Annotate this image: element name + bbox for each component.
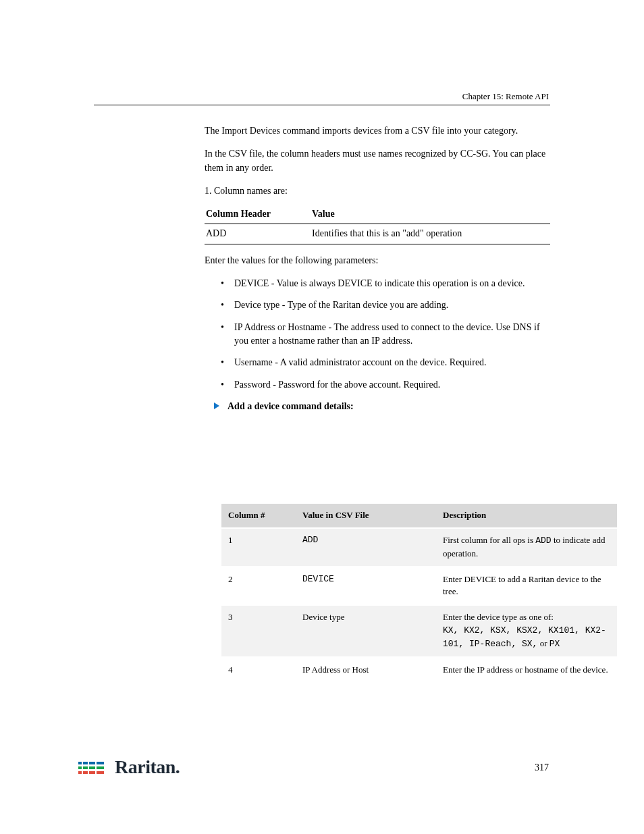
svg-rect-7 <box>89 766 95 769</box>
table-row: 3 Device type Enter the device type as o… <box>221 605 617 658</box>
values-intro: Enter the values for the following param… <box>205 254 550 267</box>
list-item: •Password - Password for the above accou… <box>221 378 550 392</box>
row1-c1: DEVICE <box>296 567 436 605</box>
cmd-th-0: Column # <box>221 504 296 528</box>
bullet-list: •DEVICE - Value is always DEVICE to indi… <box>221 277 550 392</box>
subhead-text: Add a device command details: <box>227 400 354 413</box>
row3-c0: 4 <box>221 657 296 683</box>
row0-c1: ADD <box>296 528 436 567</box>
bullet-icon: • <box>221 378 225 392</box>
cmd-th-2: Description <box>436 504 617 528</box>
row0-c0: 1 <box>221 528 296 567</box>
bullet-text-4: Password - Password for the above accoun… <box>234 378 440 392</box>
svg-rect-2 <box>78 771 82 774</box>
logo-bars-icon <box>78 759 109 777</box>
subhead-row: Add a device command details: <box>214 400 550 413</box>
bullet-icon: • <box>221 321 225 348</box>
table-row: 1 ADD First column for all ops is ADD to… <box>221 528 617 567</box>
command-table: Column # Value in CSV File Description 1… <box>221 504 617 684</box>
row0-c2b: ADD <box>535 536 551 546</box>
bullet-text-3: Username - A valid administrator account… <box>234 356 487 369</box>
col-row-left: ADD <box>205 224 311 244</box>
list-item: •IP Address or Hostname - The address us… <box>221 321 550 348</box>
row2-c2d: PX <box>549 639 560 649</box>
row1-c2: Enter DEVICE to add a Raritan device to … <box>436 567 617 605</box>
col-head-left: Column Header <box>205 202 311 224</box>
bullet-text-1: Device type - Type of the Raritan device… <box>234 298 448 312</box>
list-item: •Device type - Type of the Raritan devic… <box>221 298 550 312</box>
col-head-right: Value <box>311 202 550 224</box>
header-chapter: Chapter 15: Remote API <box>462 91 549 101</box>
svg-rect-11 <box>97 771 104 774</box>
svg-rect-9 <box>97 762 104 764</box>
columns-table: Column HeaderValue ADDIdentifies that th… <box>205 202 550 244</box>
bullet-icon: • <box>221 277 225 290</box>
triangle-icon <box>214 402 219 409</box>
bullet-text-2: IP Address or Hostname - The address use… <box>234 321 550 348</box>
cmd-th-1: Value in CSV File <box>296 504 436 528</box>
intro-para-2: In the CSV file, the column headers must… <box>205 147 550 175</box>
intro-para-1: The Import Devices command imports devic… <box>205 124 550 138</box>
row2-c0: 3 <box>221 605 296 658</box>
table-row: 4 IP Address or Host Enter the IP addres… <box>221 657 617 683</box>
svg-rect-0 <box>78 762 82 764</box>
page-number: 317 <box>535 761 549 775</box>
table-row: 2 DEVICE Enter DEVICE to add a Raritan d… <box>221 567 617 605</box>
svg-rect-8 <box>89 771 95 774</box>
row3-c2: Enter the IP address or hostname of the … <box>436 657 617 683</box>
row3-c1: IP Address or Host <box>296 657 436 683</box>
bullet-text-0: DEVICE - Value is always DEVICE to indic… <box>234 277 525 290</box>
svg-rect-4 <box>83 766 88 769</box>
svg-rect-5 <box>83 771 88 774</box>
svg-rect-6 <box>89 762 95 764</box>
bullet-icon: • <box>221 356 225 369</box>
col-row-right: Identifies that this is an "add" operati… <box>311 224 550 244</box>
row2-c2c: or <box>540 638 547 648</box>
list-item: •DEVICE - Value is always DEVICE to indi… <box>221 277 550 290</box>
header-divider <box>94 105 550 107</box>
row0-c2: First column for all ops is ADD to indic… <box>436 528 617 567</box>
step-1: 1. Column names are: <box>205 184 550 198</box>
row2-c2b-line: KX, KX2, KSX, KSX2, KX101, KX2-101, IP-R… <box>443 624 610 651</box>
row2-c2a: Enter the device type as one of: <box>443 611 610 624</box>
list-item: •Username - A valid administrator accoun… <box>221 356 550 369</box>
row2-c2b: KX, KX2, KSX, KSX2, KX101, KX2-101, IP-R… <box>443 625 606 649</box>
row1-c0: 2 <box>221 567 296 605</box>
footer-logo: Raritan. <box>78 754 180 781</box>
row0-c2a: First column for all ops is <box>443 535 533 545</box>
header-text: Chapter 15: Remote API <box>462 90 549 103</box>
row2-c2: Enter the device type as one of: KX, KX2… <box>436 605 617 658</box>
row2-c1: Device type <box>296 605 436 658</box>
svg-rect-3 <box>83 762 88 764</box>
brand-text: Raritan. <box>115 754 180 781</box>
bullet-icon: • <box>221 298 225 312</box>
svg-rect-1 <box>78 766 82 769</box>
svg-rect-10 <box>97 766 104 769</box>
